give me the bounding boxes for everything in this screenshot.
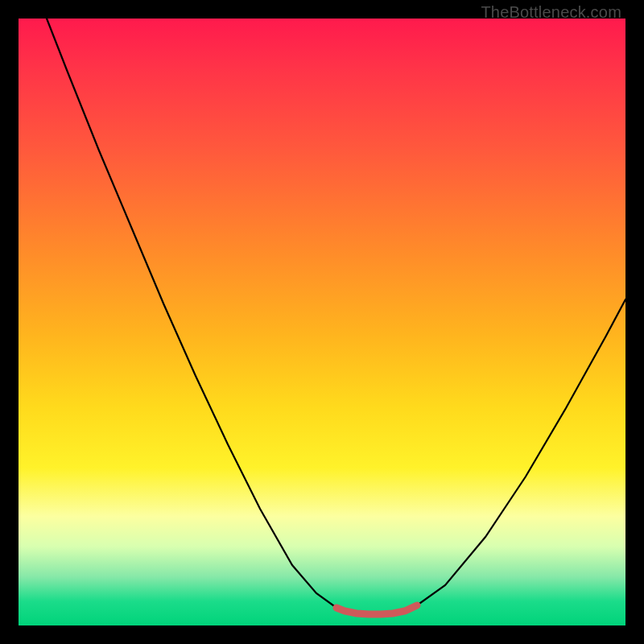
chart-svg: [19, 19, 625, 625]
optimal-range-marker: [336, 605, 417, 614]
outer-frame: TheBottleneck.com: [0, 0, 644, 644]
plot-area: [19, 19, 625, 625]
attribution-text: TheBottleneck.com: [481, 3, 621, 22]
bottleneck-curve: [47, 19, 625, 614]
